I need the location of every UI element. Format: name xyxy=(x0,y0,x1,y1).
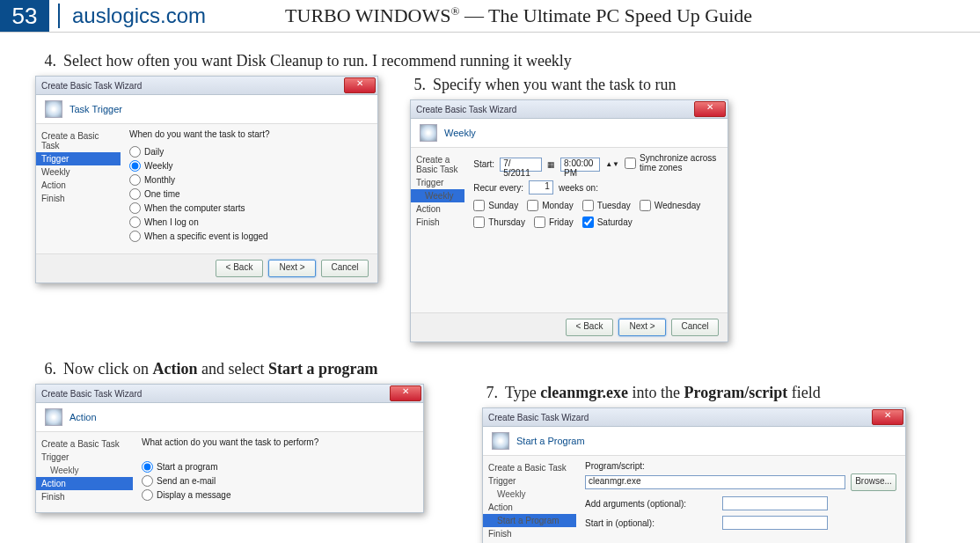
sidebar-item-trigger[interactable]: Trigger xyxy=(36,451,133,464)
cancel-button[interactable]: Cancel xyxy=(671,319,719,336)
sidebar-item-weekly[interactable]: Weekly xyxy=(411,189,464,202)
sidebar-item-trigger[interactable]: Trigger xyxy=(483,474,576,488)
wizard-header: Weekly xyxy=(411,119,728,148)
wizard-pane: What action do you want the task to perf… xyxy=(133,432,423,512)
radio-label: Weekly xyxy=(144,161,173,171)
check-friday[interactable]: Friday xyxy=(534,216,574,228)
close-icon[interactable]: ✕ xyxy=(344,77,376,93)
arguments-field[interactable] xyxy=(722,496,828,510)
text: into the xyxy=(628,384,684,401)
next-button[interactable]: Next > xyxy=(268,260,316,277)
check-monday[interactable]: Monday xyxy=(527,200,574,211)
back-button[interactable]: < Back xyxy=(566,319,613,336)
dialog-task-trigger: Create Basic Task Wizard ✕ Task Trigger … xyxy=(35,76,378,283)
text: Type xyxy=(505,384,540,401)
sidebar-item-create-task[interactable]: Create a Basic Task xyxy=(36,129,121,152)
close-icon[interactable]: ✕ xyxy=(694,101,726,117)
startin-field[interactable] xyxy=(722,516,828,530)
sidebar-item-finish[interactable]: Finish xyxy=(36,490,133,503)
check-thursday[interactable]: Thursday xyxy=(473,216,525,228)
titlebar[interactable]: Create Basic Task Wizard ✕ xyxy=(36,77,377,95)
radio-computer-starts[interactable]: When the computer starts xyxy=(129,202,369,214)
sidebar-item-weekly[interactable]: Weekly xyxy=(36,165,121,179)
bold-text: cleanmgr.exe xyxy=(540,384,628,401)
titlebar[interactable]: Create Basic Task Wizard ✕ xyxy=(36,385,423,403)
step-7: 7. Type cleanmgr.exe into the Program/sc… xyxy=(477,384,906,402)
check-sunday[interactable]: Sunday xyxy=(473,200,518,211)
radio-label: One time xyxy=(144,189,180,199)
question-text: When do you want the task to start? xyxy=(129,129,369,139)
radio-label: When a specific event is logged xyxy=(144,231,268,241)
step-number: 6. xyxy=(35,360,56,378)
next-button[interactable]: Next > xyxy=(618,319,666,336)
browse-button[interactable]: Browse... xyxy=(851,473,896,491)
radio-log-on[interactable]: When I log on xyxy=(129,216,369,228)
sidebar-item-trigger[interactable]: Trigger xyxy=(411,176,464,189)
recur-label: Recur every: xyxy=(473,183,523,193)
titlebar[interactable]: Create Basic Task Wizard ✕ xyxy=(483,408,905,427)
radio-weekly[interactable]: Weekly xyxy=(129,160,369,172)
radio-start-program[interactable]: Start a program xyxy=(142,461,414,473)
button-bar: < Back Next > Cancel xyxy=(411,312,728,341)
start-time-field[interactable]: 8:00:00 PM xyxy=(560,158,600,172)
radio-specific-event[interactable]: When a specific event is logged xyxy=(129,231,369,242)
radio-label: Start a program xyxy=(157,462,217,472)
sidebar-item-create-task[interactable]: Create a Basic Task xyxy=(36,437,133,451)
sidebar-item-weekly[interactable]: Weekly xyxy=(483,488,576,501)
back-button[interactable]: < Back xyxy=(216,260,263,277)
radio-label: Daily xyxy=(144,147,164,157)
titlebar[interactable]: Create Basic Task Wizard ✕ xyxy=(411,100,728,119)
sidebar-item-finish[interactable]: Finish xyxy=(411,216,464,229)
radio-daily[interactable]: Daily xyxy=(129,146,369,158)
sidebar-item-weekly[interactable]: Weekly xyxy=(36,464,133,477)
radio-label: Display a message xyxy=(157,490,230,500)
program-script-field[interactable]: cleanmgr.exe xyxy=(585,475,845,489)
sidebar-item-trigger[interactable]: Trigger xyxy=(36,152,121,165)
clock-icon xyxy=(492,432,509,450)
step-text: Now click on Action and select Start a p… xyxy=(63,360,378,378)
question-text: What action do you want the task to perf… xyxy=(142,437,414,447)
calendar-icon[interactable]: ▦ xyxy=(547,160,555,169)
arguments-label: Add arguments (optional): xyxy=(585,499,717,509)
sync-checkbox[interactable]: Synchronize across time zones xyxy=(625,153,719,172)
start-label: Start: xyxy=(473,159,494,169)
step-number: 7. xyxy=(477,384,498,402)
wizard-sidebar: Create a Basic Task Trigger Weekly Actio… xyxy=(36,432,133,512)
sidebar-item-action[interactable]: Action xyxy=(36,179,121,192)
spinner-icon[interactable]: ▲▼ xyxy=(605,160,619,168)
radio-monthly[interactable]: Monthly xyxy=(129,174,369,186)
radio-label: Send an e-mail xyxy=(157,476,216,486)
wizard-header-label: Task Trigger xyxy=(69,104,122,114)
sidebar-item-finish[interactable]: Finish xyxy=(36,192,121,205)
wizard-header: Start a Program xyxy=(483,427,905,456)
check-saturday[interactable]: Saturday xyxy=(582,216,633,228)
sidebar-item-action[interactable]: Action xyxy=(411,202,464,216)
wizard-sidebar: Create a Basic Task Trigger Weekly Actio… xyxy=(411,148,464,312)
close-icon[interactable]: ✕ xyxy=(390,385,421,401)
clock-icon xyxy=(45,100,62,118)
radio-one-time[interactable]: One time xyxy=(129,188,369,200)
checkbox-label: Synchronize across time zones xyxy=(640,153,719,172)
sidebar-item-create-task[interactable]: Create a Basic Task xyxy=(483,461,576,474)
sidebar-item-create-task[interactable]: Create a Basic Task xyxy=(411,153,464,176)
start-date-field[interactable]: 7/ 5/2011 xyxy=(500,158,542,172)
sidebar-item-start-program[interactable]: Start a Program xyxy=(483,514,576,527)
text: field xyxy=(787,384,821,401)
sidebar-item-action[interactable]: Action xyxy=(36,477,133,490)
title-suffix: — The Ultimate PC Speed Up Guide xyxy=(460,4,753,26)
radio-display-message[interactable]: Display a message xyxy=(142,489,414,501)
page-number: 53 xyxy=(0,0,49,32)
text: Now click on xyxy=(63,360,152,378)
recur-value-field[interactable]: 1 xyxy=(529,180,553,194)
site-label: auslogics.com xyxy=(58,4,206,28)
check-wednesday[interactable]: Wednesday xyxy=(640,200,701,211)
cancel-button[interactable]: Cancel xyxy=(321,260,369,277)
check-tuesday[interactable]: Tuesday xyxy=(582,200,631,211)
radio-send-email[interactable]: Send an e-mail xyxy=(142,475,414,487)
close-icon[interactable]: ✕ xyxy=(872,409,903,425)
wizard-header-label: Start a Program xyxy=(516,436,585,446)
sidebar-item-finish[interactable]: Finish xyxy=(483,527,576,540)
sidebar-item-action[interactable]: Action xyxy=(483,501,576,514)
text: and select xyxy=(197,360,267,378)
dialog-start-program: Create Basic Task Wizard ✕ Start a Progr… xyxy=(482,407,906,543)
